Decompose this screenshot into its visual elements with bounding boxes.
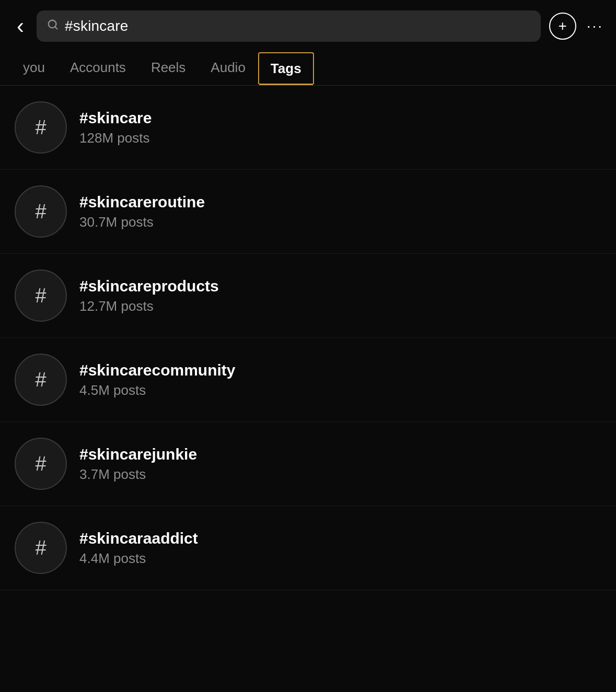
add-button[interactable]: + — [549, 13, 576, 40]
tag-name: #skincare — [79, 109, 152, 127]
tab-tags[interactable]: Tags — [258, 52, 314, 84]
tabs-bar: you Accounts Reels Audio Tags — [0, 50, 616, 86]
more-button[interactable]: ··· — [587, 18, 603, 34]
tag-name: #skincareroutine — [79, 193, 205, 211]
add-icon: + — [558, 19, 566, 33]
tag-post-count: 12.7M posts — [79, 298, 219, 314]
tag-icon: # — [15, 438, 67, 490]
tag-info: #skincare 128M posts — [79, 109, 152, 146]
search-bar[interactable]: #skincare — [37, 10, 541, 42]
search-value[interactable]: #skincare — [65, 18, 129, 34]
tag-post-count: 30.7M posts — [79, 214, 205, 230]
tag-name: #skincareproducts — [79, 277, 219, 295]
tag-post-count: 128M posts — [79, 130, 152, 146]
tag-name: #skincarejunkie — [79, 445, 197, 463]
tag-name: #skincarecommunity — [79, 361, 235, 379]
tag-name: #skincaraaddict — [79, 530, 198, 547]
list-item[interactable]: # #skincareroutine 30.7M posts — [0, 170, 616, 254]
tab-reels[interactable]: Reels — [138, 50, 198, 85]
tag-icon: # — [15, 354, 67, 406]
tab-audio[interactable]: Audio — [198, 50, 258, 85]
list-item[interactable]: # #skincarejunkie 3.7M posts — [0, 422, 616, 506]
tag-list: # #skincare 128M posts # #skincareroutin… — [0, 86, 616, 590]
tab-accounts[interactable]: Accounts — [57, 50, 138, 85]
list-item[interactable]: # #skincarecommunity 4.5M posts — [0, 338, 616, 422]
list-item[interactable]: # #skincaraaddict 4.4M posts — [0, 506, 616, 590]
tag-info: #skincaraaddict 4.4M posts — [79, 530, 198, 567]
tag-info: #skincarecommunity 4.5M posts — [79, 361, 235, 398]
header-actions: + ··· — [549, 13, 603, 40]
tag-icon: # — [15, 185, 67, 238]
list-item[interactable]: # #skincare 128M posts — [0, 86, 616, 170]
search-icon — [47, 19, 59, 33]
list-item[interactable]: # #skincareproducts 12.7M posts — [0, 254, 616, 338]
header: ‹ #skincare + ··· — [0, 0, 616, 50]
tag-post-count: 4.5M posts — [79, 382, 235, 398]
tag-icon: # — [15, 101, 67, 154]
tag-post-count: 3.7M posts — [79, 466, 197, 483]
tab-for-you[interactable]: you — [10, 50, 57, 85]
tag-info: #skincareproducts 12.7M posts — [79, 277, 219, 314]
back-button[interactable]: ‹ — [13, 13, 28, 39]
svg-line-1 — [55, 27, 57, 29]
tag-icon: # — [15, 269, 67, 322]
tag-info: #skincarejunkie 3.7M posts — [79, 445, 197, 483]
tag-icon: # — [15, 522, 67, 574]
tag-post-count: 4.4M posts — [79, 550, 198, 567]
tag-info: #skincareroutine 30.7M posts — [79, 193, 205, 230]
